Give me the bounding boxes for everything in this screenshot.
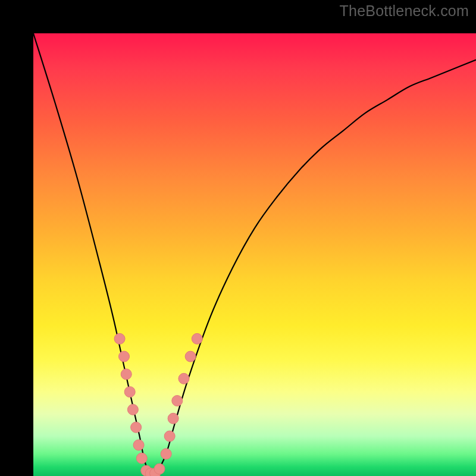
data-point — [154, 464, 165, 474]
data-point — [121, 369, 131, 380]
watermark-text: TheBottleneck.com — [340, 2, 469, 20]
data-point — [172, 396, 183, 406]
data-point — [131, 422, 142, 433]
marker-group — [114, 333, 202, 476]
data-point — [127, 404, 138, 415]
data-point — [185, 351, 196, 362]
plot-area — [33, 33, 476, 476]
data-point — [124, 387, 135, 397]
chart-svg — [33, 33, 476, 476]
data-point — [119, 351, 130, 362]
chart-frame — [0, 0, 476, 476]
data-point — [168, 413, 178, 424]
data-point — [164, 431, 175, 441]
data-point — [178, 373, 189, 384]
data-point — [192, 333, 202, 344]
data-point — [133, 440, 144, 450]
bottleneck-curve — [33, 33, 476, 476]
data-point — [114, 333, 125, 344]
data-point — [136, 453, 147, 464]
data-point — [161, 449, 171, 459]
